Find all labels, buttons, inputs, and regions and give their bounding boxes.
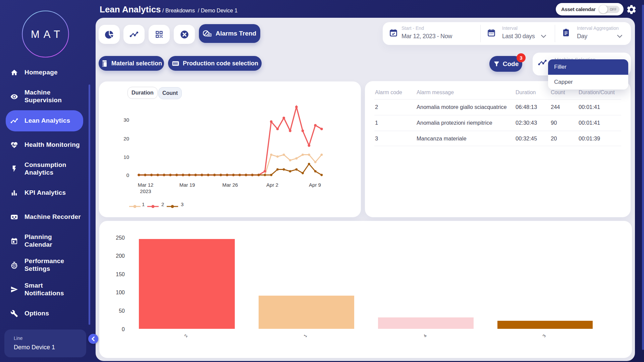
svg-text:MAT: MAT (31, 28, 64, 40)
